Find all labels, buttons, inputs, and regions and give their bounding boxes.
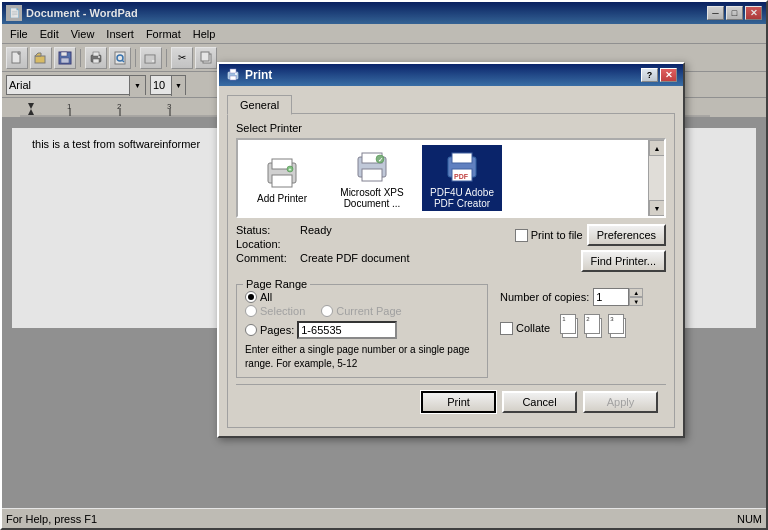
selection-radio[interactable] <box>245 305 257 317</box>
scroll-track <box>649 156 664 200</box>
comment-value: Create PDF document <box>300 252 409 264</box>
page-range-box: Page Range All Selection <box>236 284 488 378</box>
dialog-controls: ? ✕ <box>641 68 677 82</box>
app-window: 📄 Document - WordPad ─ □ ✕ File Edit Vie… <box>0 0 768 530</box>
page-range-section: Page Range All Selection <box>236 278 488 378</box>
svg-rect-57 <box>452 153 472 163</box>
print-to-file-checkbox-wrapper[interactable]: Print to file <box>515 229 583 242</box>
tab-content: Select Printer <box>227 113 675 428</box>
pdf-printer-label: PDF4U AdobePDF Creator <box>430 187 494 209</box>
collate-stack-2: 3 2 <box>584 314 606 342</box>
page-range-copies-row: Page Range All Selection <box>236 278 666 378</box>
print-button[interactable]: Print <box>421 391 496 413</box>
collate-area: Collate 3 1 <box>500 314 666 342</box>
printer-pdf[interactable]: PDF PDF4U AdobePDF Creator <box>422 145 502 211</box>
svg-point-45 <box>235 73 237 75</box>
find-printer-button[interactable]: Find Printer... <box>581 250 666 272</box>
svg-text:+: + <box>289 166 292 172</box>
pages-radio-wrapper: Pages: <box>245 321 479 339</box>
selection-row: Selection Current Page <box>245 305 479 319</box>
add-printer-label: Add Printer <box>257 193 307 204</box>
copies-down-button[interactable]: ▼ <box>629 297 643 306</box>
pages-input[interactable] <box>297 321 397 339</box>
current-page-label: Current Page <box>336 305 401 317</box>
scroll-up-button[interactable]: ▲ <box>649 140 665 156</box>
page-range-label: Page Range <box>243 278 310 290</box>
paper-front-2: 2 <box>584 314 600 334</box>
tab-general[interactable]: General <box>227 95 292 115</box>
printer-list-scrollbar[interactable]: ▲ ▼ <box>648 140 664 216</box>
selection-radio-wrapper: Selection <box>245 305 305 317</box>
svg-rect-48 <box>272 175 292 187</box>
hint-text: Enter either a single page number or a s… <box>245 343 479 371</box>
dialog-icon <box>225 67 241 83</box>
printer-xps[interactable]: ✓ Microsoft XPSDocument ... <box>332 145 412 211</box>
svg-rect-44 <box>230 76 236 80</box>
collate-checkbox[interactable] <box>500 322 513 335</box>
svg-text:PDF: PDF <box>454 173 469 180</box>
dialog-title: Print <box>245 68 641 82</box>
status-section: Status: Ready Location: Comment: Create … <box>236 224 666 272</box>
copies-row: Number of copies: 1 ▲ ▼ <box>500 288 666 306</box>
dialog-close-button[interactable]: ✕ <box>660 68 677 82</box>
printer-list: + Add Printer <box>242 145 502 211</box>
add-printer-icon: + <box>262 153 302 193</box>
printer-list-container: + Add Printer <box>236 138 666 218</box>
all-radio-wrapper: All <box>245 291 479 303</box>
comment-label: Comment: <box>236 252 296 264</box>
dialog-body: General Select Printer <box>219 86 683 436</box>
pdf-printer-icon: PDF <box>442 147 482 187</box>
xps-printer-label: Microsoft XPSDocument ... <box>340 187 403 209</box>
status-label: Status: <box>236 224 296 236</box>
print-to-file-label: Print to file <box>531 229 583 241</box>
printer-list-box[interactable]: + Add Printer <box>236 138 666 218</box>
all-label: All <box>260 291 272 303</box>
collate-label: Collate <box>516 322 550 334</box>
selection-label: Selection <box>260 305 305 317</box>
status-buttons: Print to file Preferences Find Printer..… <box>515 224 666 272</box>
dialog-help-button[interactable]: ? <box>641 68 658 82</box>
paper-front-3: 3 <box>608 314 624 334</box>
copies-spin-buttons: ▲ ▼ <box>629 288 643 306</box>
copies-section: Number of copies: 1 ▲ ▼ <box>496 278 666 342</box>
svg-text:✓: ✓ <box>378 157 383 163</box>
print-to-file-row: Print to file Preferences <box>515 224 666 246</box>
cancel-button[interactable]: Cancel <box>502 391 577 413</box>
copies-spinner: 1 ▲ ▼ <box>593 288 643 306</box>
dialog-title-bar: Print ? ✕ <box>219 64 683 86</box>
collate-checkbox-wrapper[interactable]: Collate <box>500 322 550 335</box>
status-value: Ready <box>300 224 332 236</box>
preferences-button[interactable]: Preferences <box>587 224 666 246</box>
copies-area: Number of copies: 1 ▲ ▼ <box>496 288 666 342</box>
scroll-down-button[interactable]: ▼ <box>649 200 665 216</box>
copies-value: 1 <box>596 291 602 303</box>
dialog-bottom-buttons: Print Cancel Apply <box>236 384 666 419</box>
pages-radio[interactable] <box>245 324 257 336</box>
collate-icon: 3 1 3 <box>560 314 630 342</box>
tab-strip: General <box>227 94 675 114</box>
print-dialog: Print ? ✕ General Select Printer <box>217 62 685 438</box>
pages-label: Pages: <box>260 324 294 336</box>
select-printer-label: Select Printer <box>236 122 666 134</box>
paper-front: 1 <box>560 314 576 334</box>
all-radio[interactable] <box>245 291 257 303</box>
status-info: Status: Ready Location: Comment: Create … <box>236 224 409 264</box>
current-page-radio[interactable] <box>321 305 333 317</box>
collate-stack-3: 3 3 <box>608 314 630 342</box>
apply-button[interactable]: Apply <box>583 391 658 413</box>
printer-add[interactable]: + Add Printer <box>242 151 322 206</box>
collate-stack-1: 3 1 <box>560 314 582 342</box>
copies-input[interactable]: 1 <box>593 288 629 306</box>
location-label: Location: <box>236 238 296 250</box>
current-page-radio-wrapper: Current Page <box>321 305 401 317</box>
xps-printer-icon: ✓ <box>352 147 392 187</box>
copies-up-button[interactable]: ▲ <box>629 288 643 297</box>
svg-rect-53 <box>362 169 382 181</box>
print-to-file-checkbox[interactable] <box>515 229 528 242</box>
num-copies-label: Number of copies: <box>500 291 589 303</box>
svg-rect-43 <box>230 69 236 73</box>
